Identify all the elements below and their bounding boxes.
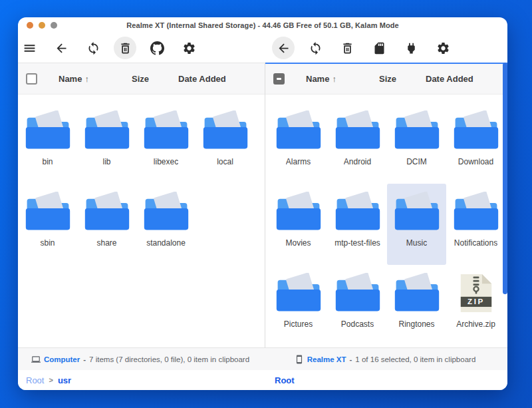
select-all-checkbox-left[interactable] [26,73,37,85]
github-icon [150,41,164,55]
trash-icon [340,41,354,55]
minimize-button[interactable] [39,22,45,29]
right-toolbar [263,37,507,59]
file-item-Alarms[interactable]: Alarms [269,102,328,184]
file-item-share[interactable]: share [77,184,136,265]
name-column-header[interactable]: Name [59,74,82,84]
delete-button-left[interactable] [114,37,136,59]
file-label: lib [102,157,110,166]
refresh-icon [86,41,100,55]
select-all-checkbox-right[interactable] [273,73,285,85]
local-pane: Name ↑ Size Date Added bin lib libexec l… [18,63,265,347]
refresh-button-right[interactable] [304,37,327,59]
file-label: standalone [146,238,186,248]
refresh-button-left[interactable] [82,37,104,59]
file-item-lib[interactable]: lib [77,102,136,184]
folder-icon [393,192,441,232]
file-item-Archive.zip[interactable]: Archive.zip [446,265,505,346]
file-label: share [96,238,116,248]
file-item-Pictures[interactable]: Pictures [269,265,328,346]
file-item-sbin[interactable]: sbin [18,184,77,265]
file-label: Podcasts [341,319,374,329]
file-label: Download [458,157,493,166]
file-label: DCIM [406,157,427,166]
file-item-DCIM[interactable]: DCIM [387,102,446,184]
file-item-mtp-test-files[interactable]: mtp-test-files [328,184,387,265]
file-label: sbin [40,238,55,248]
status-separator: - [350,355,352,363]
file-label: Pictures [284,319,313,329]
status-separator: - [83,355,86,363]
folder-icon [83,192,131,232]
menu-icon [23,41,37,55]
smartphone-icon [295,355,304,364]
folder-icon [393,273,441,313]
device-pane: Name ↑ Size Date Added Alarms Android DC… [265,63,507,347]
file-item-standalone[interactable]: standalone [136,184,196,265]
folder-icon [201,110,249,151]
folder-icon [142,192,190,232]
maximize-button[interactable] [51,22,57,29]
content-area: Name ↑ Size Date Added bin lib libexec l… [18,63,507,347]
file-label: Android [344,157,371,166]
back-button-right[interactable] [272,37,295,59]
file-item-Notifications[interactable]: Notifications [446,184,505,265]
breadcrumb-current[interactable]: usr [58,375,71,385]
file-label: Alarms [286,157,311,166]
device-link[interactable]: Realme XT [307,355,346,363]
breadcrumb-current[interactable]: Root [275,375,295,385]
left-status-text: 7 items (7 directories, 0 file), 0 item … [89,355,249,363]
folder-icon [275,110,323,151]
file-item-Music[interactable]: Music [387,184,446,265]
settings-button-left[interactable] [178,37,200,59]
file-label: Ringtones [398,319,434,329]
file-label: libexec [154,157,178,166]
breadcrumb-root-link[interactable]: Root [26,375,44,385]
disconnect-button[interactable] [400,37,422,59]
vertical-scrollbar[interactable] [503,63,507,294]
close-button[interactable] [27,22,33,29]
file-item-local[interactable]: local [196,102,255,184]
folder-icon [334,110,382,151]
date-added-column-header[interactable]: Date Added [426,74,507,84]
storage-button[interactable] [368,37,390,59]
name-column-header[interactable]: Name [306,74,329,84]
file-item-Android[interactable]: Android [328,102,387,184]
window-title: Realme XT (Internal Shared Storage) - 44… [126,21,399,29]
date-added-column-header[interactable]: Date Added [178,74,265,84]
breadcrumb-bar: Root > usr Root [18,370,507,390]
left-toolbar [18,37,263,59]
file-label: local [217,157,233,166]
folder-icon [334,273,382,313]
left-pane-header: Name ↑ Size Date Added [18,63,265,95]
file-item-Movies[interactable]: Movies [269,184,328,265]
back-arrow-icon [277,41,291,55]
file-label: Archive.zip [456,319,495,329]
delete-button-right[interactable] [336,37,358,59]
folder-icon [452,192,500,232]
github-button[interactable] [146,37,168,59]
file-item-Ringtones[interactable]: Ringtones [387,265,446,346]
status-bar: Computer - 7 items (7 directories, 0 fil… [18,347,507,370]
file-item-Download[interactable]: Download [446,102,505,184]
desktop-background: { "window": { "title": "Realme XT (Inter… [0,0,532,408]
menu-button[interactable] [18,37,41,59]
size-column-header[interactable]: Size [379,74,426,84]
size-column-header[interactable]: Size [132,74,178,84]
file-label: Notifications [454,238,497,248]
file-label: mtp-test-files [334,238,380,248]
file-item-Podcasts[interactable]: Podcasts [328,265,387,346]
folder-icon [275,273,323,313]
left-file-grid: bin lib libexec local sbin share standal… [18,95,265,265]
settings-button-right[interactable] [432,37,454,59]
file-item-libexec[interactable]: libexec [136,102,196,184]
file-item-bin[interactable]: bin [18,102,77,184]
back-arrow-icon [55,41,68,55]
back-button-left[interactable] [50,37,72,59]
title-bar: Realme XT (Internal Shared Storage) - 44… [18,17,507,33]
computer-device-link[interactable]: Computer [44,355,80,363]
folder-icon [142,110,190,151]
zip-file-icon [460,273,493,313]
chevron-right-icon: > [49,376,53,384]
right-breadcrumb: Root [263,375,507,385]
